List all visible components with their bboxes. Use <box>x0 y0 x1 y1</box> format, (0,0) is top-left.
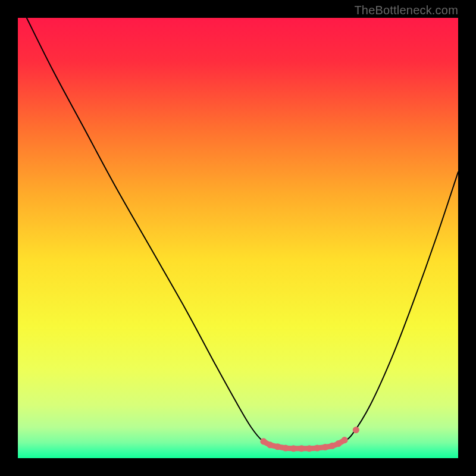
chart-frame: TheBottleneck.com <box>0 0 476 476</box>
valley-marker <box>329 443 336 449</box>
valley-marker <box>298 445 305 452</box>
valley-marker <box>314 444 321 451</box>
valley-marker <box>342 437 348 443</box>
extra-marker <box>353 427 359 433</box>
valley-marker <box>306 445 312 452</box>
curve-layer <box>18 18 458 458</box>
bottleneck-curve <box>27 18 458 449</box>
valley-marker <box>282 444 289 451</box>
valley-marker <box>260 438 267 444</box>
valley-marker <box>322 444 328 450</box>
valley-marker <box>267 441 273 448</box>
valley-marker <box>335 440 342 447</box>
valley-marker <box>290 445 297 452</box>
plot-area <box>18 18 458 458</box>
valley-marker <box>274 443 281 450</box>
watermark-text: TheBottleneck.com <box>354 4 458 17</box>
